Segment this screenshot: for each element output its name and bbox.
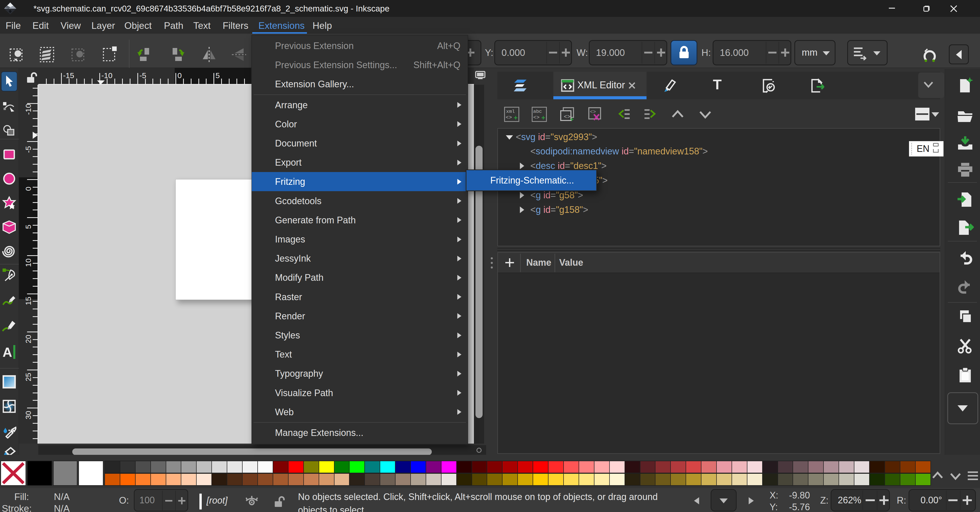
svg-text:<>: <> (533, 114, 539, 121)
svg-text:<>: <> (564, 114, 570, 120)
svg-text:<>: <> (590, 109, 596, 115)
svg-text:+: + (514, 114, 517, 121)
svg-text:xml: xml (506, 109, 515, 114)
svg-text:+: + (570, 115, 574, 122)
svg-text:+: + (541, 114, 545, 121)
svg-text:<>: <> (506, 114, 512, 121)
svg-text:abc: abc (533, 109, 542, 114)
